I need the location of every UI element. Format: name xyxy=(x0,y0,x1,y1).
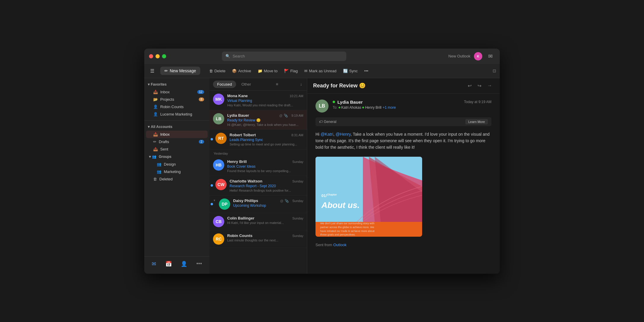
archive-button[interactable]: 📦 Archive xyxy=(229,67,254,75)
email-time-4: Sunday xyxy=(292,160,303,164)
sender-name-4: Henry Brill xyxy=(227,159,247,164)
reply-all-button[interactable]: ↩ xyxy=(466,82,473,90)
sync-button[interactable]: 🔄 Sync xyxy=(340,67,361,75)
minimize-button[interactable] xyxy=(156,54,160,58)
flag-button[interactable]: 🚩 Flag xyxy=(281,67,301,75)
close-button[interactable] xyxy=(149,54,153,58)
chevron-down-icon: ▾ xyxy=(148,82,150,86)
sender-name-5: Charlotte Waltson xyxy=(230,179,262,183)
email-view-body: LB Lydia Bauer Today at 9:19 AM To: xyxy=(307,94,500,274)
sidebar-item-marketing[interactable]: 👥 Marketing xyxy=(146,168,208,175)
email-time-3: 8:31 AM xyxy=(291,133,303,137)
recipient-katri: Katri Ahokas xyxy=(339,105,361,110)
email-view-actions: ↩ ↪ → xyxy=(466,82,494,90)
filter-button[interactable]: ≡ xyxy=(275,81,279,88)
email-item-8[interactable]: RC Robin Counts Sunday Last minute thoug… xyxy=(209,230,307,248)
title-bar: 🔍 Search New Outlook K ✉ xyxy=(144,49,500,64)
sidebar-item-drafts[interactable]: ✏ Drafts 2 xyxy=(146,138,208,145)
deleted-icon: 🗑 xyxy=(153,177,157,181)
email-content-7: Colin Ballinger Sunday Hi Katri, I'd lik… xyxy=(227,216,303,225)
reply-button[interactable]: ↪ xyxy=(476,82,483,90)
person-icon-2: 👤 xyxy=(153,112,158,116)
email-item-5[interactable]: CW Charlotte Waltson Sunday Research Rep… xyxy=(209,176,307,196)
hamburger-button[interactable]: ☰ xyxy=(148,66,157,76)
mail-nav-button[interactable]: ✉ xyxy=(149,259,158,268)
expand-button[interactable]: ⊡ xyxy=(493,68,496,73)
sent-from-row: Sent from Outlook xyxy=(315,243,491,247)
avatar-daisy: DP xyxy=(219,198,230,210)
email-preview-5: Hello! Research findings look positive f… xyxy=(230,189,303,192)
email-subject-6: Upcoming Workshop xyxy=(233,204,303,208)
chevron-down-icon-2: ▾ xyxy=(148,125,150,129)
sidebar-item-lucerne[interactable]: 👤 Lucerne Marketing xyxy=(146,110,208,118)
all-accounts-section[interactable]: ▾ All Accounts xyxy=(144,123,209,131)
search-bar[interactable]: 🔍 Search xyxy=(222,52,346,61)
compose-icon: ✏ xyxy=(164,68,168,73)
mention-icon-6: @ xyxy=(280,199,283,203)
more-icon: ••• xyxy=(364,69,369,73)
sidebar-item-inbox-fav[interactable]: 📥 Inbox 12 xyxy=(146,88,208,96)
more-nav-button[interactable]: ••• xyxy=(194,259,204,268)
sort-button[interactable]: ↓ xyxy=(299,81,303,88)
email-content-5: Charlotte Waltson Sunday Research Report… xyxy=(230,179,303,192)
email-subject-2: Ready for Review 😊 xyxy=(227,118,303,122)
tab-focused[interactable]: Focused xyxy=(213,81,236,88)
notification-icon[interactable]: ✉ xyxy=(486,52,495,61)
new-message-button[interactable]: ✏ New Message xyxy=(160,67,200,75)
email-item-7[interactable]: CB Colin Ballinger Sunday Hi Katri, I'd … xyxy=(209,213,307,230)
sender-name-1: Mona Kane xyxy=(227,94,248,98)
chevron-down-icon-3: ▾ xyxy=(149,155,151,159)
email-preview-1: Hey Katri, Would you mind reading the dr… xyxy=(227,103,303,107)
sidebar: ▾ Favorites 📥 Inbox 12 📂 Projects 8 👤 Ro… xyxy=(144,78,209,274)
email-item-1[interactable]: MK Mona Kane 10:21 AM Virtual Planning H… xyxy=(209,91,307,110)
tag-icon: 🏷 xyxy=(319,120,323,124)
marketing-icon: 👥 xyxy=(157,169,161,174)
toolbar: ☰ ✏ New Message 🗑 Delete 📦 Archive 📁 Mov… xyxy=(144,64,500,78)
delete-icon: 🗑 xyxy=(209,69,213,73)
avatar-charlotte: CW xyxy=(215,179,227,190)
email-item-4[interactable]: HB Henry Brill Sunday Book Cover Ideas F… xyxy=(209,156,307,176)
learn-more-button[interactable]: Learn More xyxy=(465,119,488,124)
email-item-6[interactable]: ▾ DP Daisy Phillips @ 📎 Sunday Upcomi xyxy=(209,196,307,213)
favorites-section[interactable]: ▾ Favorites xyxy=(144,81,209,88)
inbox-icon: 📥 xyxy=(153,90,158,94)
email-content-4: Henry Brill Sunday Book Cover Ideas Foun… xyxy=(227,159,303,173)
sidebar-item-robin-counts[interactable]: 👤 Robin Counts xyxy=(146,103,208,110)
maximize-button[interactable] xyxy=(162,54,166,58)
person-icon: 👤 xyxy=(153,105,158,109)
archive-icon: 📦 xyxy=(232,69,237,73)
email-content-6: Daisy Phillips @ 📎 Sunday Upcoming Works… xyxy=(233,198,303,208)
email-content-8: Robin Counts Sunday Last minute thoughts… xyxy=(227,233,303,242)
delete-button[interactable]: 🗑 Delete xyxy=(206,67,229,75)
sidebar-item-design[interactable]: 👥 Design xyxy=(146,161,208,168)
sidebar-item-sent[interactable]: 📤 Sent xyxy=(146,145,208,153)
drafts-icon: ✏ xyxy=(153,140,156,144)
move-to-button[interactable]: 📁 Move to xyxy=(255,67,281,75)
sent-icon: 📤 xyxy=(153,147,158,151)
sidebar-bottom: ✉ 📅 👤 ••• xyxy=(144,256,209,271)
more-recipients-link[interactable]: +1 more xyxy=(383,105,396,110)
email-to-row: To: Katri Ahokas Henry Brill +1 more xyxy=(333,105,491,110)
more-toolbar-button[interactable]: ••• xyxy=(361,67,371,75)
forward-button[interactable]: → xyxy=(486,82,494,90)
calendar-nav-button[interactable]: 📅 xyxy=(163,259,174,268)
sender-name-6: Daisy Phillips xyxy=(233,198,258,203)
contacts-nav-button[interactable]: 👤 xyxy=(178,259,190,268)
recipient-dot-1 xyxy=(339,107,340,108)
projects-count: 8 xyxy=(199,97,204,101)
sender-name-2: Lydia Bauer xyxy=(227,113,249,118)
user-avatar[interactable]: K xyxy=(474,52,482,60)
groups-section[interactable]: ▾ 👥 Groups xyxy=(144,153,209,161)
sidebar-item-projects[interactable]: 📂 Projects 8 xyxy=(146,96,208,103)
email-item-2[interactable]: LB Lydia Bauer @ 📎 9:19 AM Ready for Rev… xyxy=(209,110,307,130)
outlook-link[interactable]: Outlook xyxy=(333,243,347,247)
email-meta-info: Lydia Bauer Today at 9:19 AM To: Katri A… xyxy=(333,100,491,110)
email-date: Today at 9:19 AM xyxy=(464,100,491,104)
mark-unread-button[interactable]: ✉ Mark as Unread xyxy=(301,67,339,75)
sidebar-item-inbox-all[interactable]: 📥 Inbox xyxy=(146,131,208,138)
inbox-fav-count: 12 xyxy=(197,90,204,94)
sidebar-item-deleted[interactable]: 🗑 Deleted xyxy=(146,175,208,183)
tab-other[interactable]: Other xyxy=(237,81,255,88)
email-item-3[interactable]: RT Robert Tolbert 8:31 AM Leads Planning… xyxy=(209,130,307,149)
email-list: MK Mona Kane 10:21 AM Virtual Planning H… xyxy=(209,91,307,274)
